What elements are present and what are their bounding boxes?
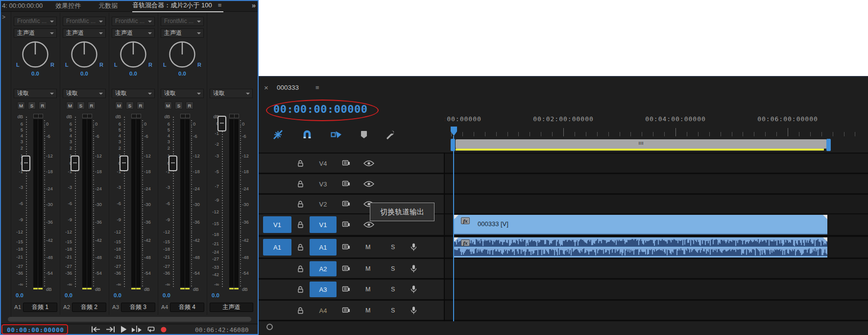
sync-lock-icon[interactable]	[342, 180, 350, 187]
solo-button[interactable]: S	[391, 265, 395, 272]
panel-menu-icon[interactable]: ≡	[218, 1, 222, 9]
level-value[interactable]: 0.0	[163, 292, 170, 298]
pan-value[interactable]: 0.0	[61, 71, 108, 77]
track-content-V2[interactable]	[445, 195, 868, 213]
pan-knob[interactable]	[168, 40, 196, 69]
output-select[interactable]: 主声道	[14, 28, 57, 38]
mute-button[interactable]: M	[115, 102, 123, 109]
level-value[interactable]: 0.0	[65, 292, 72, 298]
track-name-field[interactable]: 音频 1	[23, 303, 57, 312]
record-arm-button[interactable]: R	[39, 102, 47, 109]
mute-button[interactable]: M	[365, 265, 370, 272]
source-patch-A1[interactable]: A1	[263, 239, 291, 256]
input-select[interactable]: FrontMic ...	[63, 17, 106, 26]
tab-partial-timecode[interactable]: 4: 00:00:00:00	[2, 2, 43, 9]
zoom-scrollbar[interactable]: III	[456, 139, 827, 149]
sync-lock-icon[interactable]	[342, 286, 350, 293]
pan-value[interactable]: 0.0	[12, 71, 59, 77]
output-select[interactable]: 主声道	[63, 28, 106, 38]
audio-clip[interactable]: fx	[454, 237, 827, 258]
video-clip[interactable]: fx000333 [V]	[454, 215, 827, 234]
mic-voiceover-icon[interactable]	[410, 243, 417, 252]
pan-value[interactable]: 0.0	[110, 71, 157, 77]
add-marker-icon[interactable]	[361, 130, 367, 139]
pan-knob[interactable]	[70, 40, 98, 69]
zoom-scrollbar-grip[interactable]: III	[639, 141, 644, 146]
track-target-A1[interactable]: A1	[310, 239, 337, 256]
play-in-to-out-icon[interactable]	[131, 326, 142, 333]
sync-lock-icon[interactable]	[342, 307, 350, 314]
fader-handle[interactable]	[120, 155, 128, 171]
fader-track[interactable]	[124, 117, 125, 287]
sync-lock-icon[interactable]	[342, 244, 350, 251]
tab-overflow-icon[interactable]: »	[252, 1, 256, 9]
track-target-A4[interactable]: A4	[310, 303, 337, 318]
mixer-horizontal-scrollbar[interactable]	[8, 317, 251, 322]
fader-track[interactable]	[222, 117, 223, 287]
sync-lock-icon[interactable]	[342, 221, 350, 229]
fader-track[interactable]	[26, 117, 27, 287]
input-select[interactable]: FrontMic ...	[161, 17, 204, 26]
input-select[interactable]: FrontMic ...	[112, 17, 155, 26]
loop-icon[interactable]	[146, 326, 156, 333]
solo-button[interactable]: S	[391, 307, 395, 314]
mute-button[interactable]: M	[17, 102, 25, 109]
playhead-line[interactable]	[453, 136, 454, 321]
lock-icon[interactable]	[297, 307, 304, 314]
tab-audio-track-mixer[interactable]: 音轨混合器：成片2小于 100 ≡	[132, 0, 223, 12]
solo-button[interactable]: S	[126, 102, 134, 109]
nest-toggle-icon[interactable]	[272, 129, 284, 140]
linked-selection-icon[interactable]	[331, 130, 342, 139]
solo-button[interactable]: S	[77, 102, 85, 109]
fader-handle[interactable]	[169, 155, 177, 171]
track-target-V1[interactable]: V1	[310, 216, 337, 233]
solo-button[interactable]: S	[391, 244, 395, 251]
automation-select[interactable]: 读取	[14, 89, 57, 98]
track-name-field[interactable]: 主声道	[210, 303, 253, 312]
fader-handle[interactable]	[217, 116, 226, 131]
mute-button[interactable]: M	[164, 102, 172, 109]
mute-button[interactable]: M	[365, 244, 370, 251]
track-target-A2[interactable]: A2	[310, 261, 337, 276]
goto-out-icon[interactable]	[105, 326, 116, 333]
tab-effect-controls[interactable]: 效果控件	[55, 1, 81, 10]
mic-voiceover-icon[interactable]	[410, 285, 417, 294]
pan-knob[interactable]	[119, 40, 147, 69]
track-content-A2[interactable]	[445, 259, 868, 278]
sequence-tab-title[interactable]: 000333	[277, 84, 299, 91]
pan-knob[interactable]	[21, 40, 49, 69]
timeline-settings-wrench-icon[interactable]	[386, 129, 396, 140]
pan-value[interactable]: 0.0	[159, 71, 206, 77]
fader-handle[interactable]	[22, 155, 30, 171]
sync-lock-icon[interactable]	[342, 201, 350, 208]
tab-metadata[interactable]: 元数据	[98, 1, 118, 10]
automation-select[interactable]: 读取	[63, 89, 106, 98]
mic-voiceover-icon[interactable]	[410, 264, 417, 273]
record-arm-button[interactable]: R	[137, 102, 145, 109]
timeline-panel-menu-icon[interactable]: ≡	[315, 84, 319, 91]
fader-handle[interactable]	[71, 155, 79, 171]
output-select[interactable]: 主声道	[112, 28, 155, 38]
lock-icon[interactable]	[297, 201, 304, 208]
fader-track[interactable]	[75, 117, 76, 287]
snap-icon[interactable]	[302, 129, 312, 139]
output-select[interactable]: 主声道	[161, 28, 204, 38]
track-name-field[interactable]: 音频 4	[170, 303, 204, 312]
mic-voiceover-icon[interactable]	[410, 306, 417, 314]
solo-button[interactable]: S	[28, 102, 36, 109]
toggle-track-output-eye-icon[interactable]	[363, 160, 374, 166]
zoom-handle-right[interactable]	[826, 139, 831, 151]
track-target-A3[interactable]: A3	[310, 282, 337, 297]
track-target-V4[interactable]: V4	[310, 155, 337, 171]
input-select[interactable]: FrontMic ...	[14, 17, 57, 26]
track-target-V3[interactable]: V3	[310, 176, 337, 191]
solo-button[interactable]: S	[391, 286, 395, 293]
lock-icon[interactable]	[297, 244, 304, 251]
sync-lock-icon[interactable]	[342, 159, 350, 167]
lock-icon[interactable]	[297, 180, 304, 187]
lock-icon[interactable]	[297, 286, 304, 293]
sync-lock-icon[interactable]	[342, 265, 350, 272]
fader-track[interactable]	[173, 117, 174, 287]
play-icon[interactable]	[121, 326, 127, 333]
time-ruler[interactable]: 00:00:00:0000000:02:00:0000000:04:00:000…	[445, 110, 868, 184]
